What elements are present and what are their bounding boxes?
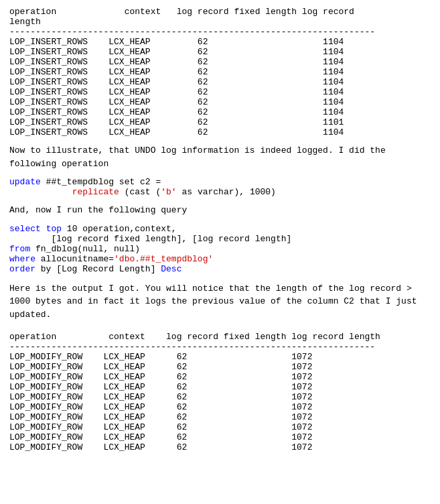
kw-from: from (9, 244, 30, 254)
table2-section: operation context log record fixed lengt… (9, 332, 431, 452)
table-row: LOP_INSERT_ROWS LCX_HEAP 62 1104 (9, 77, 431, 87)
table-row: LOP_INSERT_ROWS LCX_HEAP 62 1104 (9, 87, 431, 97)
table1-divider: ----------------------------------------… (9, 27, 431, 37)
code-select-line: select top 10 operation,context, (9, 224, 431, 234)
order-rest: by [Log Record Length] (35, 264, 155, 274)
code-from-line: from fn_dblog(null, null) (9, 244, 431, 254)
table-row: LOP_MODIFY_ROW LCX_HEAP 62 1072 (9, 372, 431, 382)
table1-rows: LOP_INSERT_ROWS LCX_HEAP 62 1104 LOP_INS… (9, 37, 431, 137)
prose2: And, now I run the following query (9, 204, 431, 217)
code-cast-close: as varchar), 1000) (177, 187, 276, 197)
table1-section: operation context log record fixed lengt… (9, 7, 431, 137)
table-row: LOP_INSERT_ROWS LCX_HEAP 62 1104 (9, 67, 431, 77)
code-line1-rest: ##t_tempdblog set c2 = (41, 177, 161, 187)
code-where-line: where allocunitname='dbo.##t_tempdblog' (9, 254, 431, 264)
table1-header: operation context log record fixed lengt… (9, 7, 431, 27)
code-line1: update ##t_tempdblog set c2 = (9, 177, 431, 187)
table-row: LOP_INSERT_ROWS LCX_HEAP 62 1104 (9, 127, 431, 137)
prose1: Now to illustrate, that UNDO log informa… (9, 144, 431, 170)
kw-order: order (9, 264, 35, 274)
code-block-select: select top 10 operation,context, [log re… (9, 224, 431, 274)
table2-header: operation context log record fixed lengt… (9, 332, 431, 342)
table-row: LOP_INSERT_ROWS LCX_HEAP 62 1104 (9, 97, 431, 107)
table-row: LOP_INSERT_ROWS LCX_HEAP 62 1104 (9, 37, 431, 47)
where-val: 'dbo.##t_tempdblog' (114, 254, 213, 264)
kw-select: select (9, 224, 41, 234)
table-row: LOP_MODIFY_ROW LCX_HEAP 62 1072 (9, 402, 431, 412)
code-block-update: update ##t_tempdblog set c2 = replicate … (9, 177, 431, 197)
table-row: LOP_MODIFY_ROW LCX_HEAP 62 1072 (9, 422, 431, 432)
table-row: LOP_MODIFY_ROW LCX_HEAP 62 1072 (9, 352, 431, 362)
bracket-content: [log record fixed length], [log record l… (51, 234, 291, 244)
table-row: LOP_INSERT_ROWS LCX_HEAP 62 1104 (9, 47, 431, 57)
code-cast-open: (cast ( (119, 187, 161, 197)
table-row: LOP_MODIFY_ROW LCX_HEAP 62 1072 (9, 382, 431, 392)
prose3: Here is the output I got. You will notic… (9, 282, 431, 322)
table-row: LOP_MODIFY_ROW LCX_HEAP 62 1072 (9, 392, 431, 402)
table-row: LOP_MODIFY_ROW LCX_HEAP 62 1072 (9, 432, 431, 442)
table-row: LOP_MODIFY_ROW LCX_HEAP 62 1072 (9, 412, 431, 422)
table2-divider: ----------------------------------------… (9, 342, 431, 352)
table-row: LOP_INSERT_ROWS LCX_HEAP 62 1101 (9, 117, 431, 127)
kw-where: where (9, 254, 35, 264)
table-row: LOP_INSERT_ROWS LCX_HEAP 62 1104 (9, 107, 431, 117)
select-rest: 10 operation,context, (62, 224, 177, 234)
from-fn: fn_dblog(null, null) (30, 244, 140, 254)
kw-update: update (9, 177, 41, 187)
table-row: LOP_INSERT_ROWS LCX_HEAP 62 1104 (9, 57, 431, 67)
code-indent (9, 187, 72, 197)
table2-rows: LOP_MODIFY_ROW LCX_HEAP 62 1072 LOP_MODI… (9, 352, 431, 452)
code-indent2 (9, 234, 51, 244)
code-bracket-line: [log record fixed length], [log record l… (9, 234, 431, 244)
table-row: LOP_MODIFY_ROW LCX_HEAP 62 1072 (9, 442, 431, 452)
str-b: 'b' (161, 187, 176, 197)
code-order-line: order by [Log Record Length] Desc (9, 264, 431, 274)
where-cond: allocunitname= (35, 254, 114, 264)
code-line2: replicate (cast ('b' as varchar), 1000) (9, 187, 431, 197)
kw-desc: Desc (155, 264, 181, 274)
fn-replicate: replicate (72, 187, 119, 197)
kw-space (41, 224, 46, 234)
kw-top: top (46, 224, 62, 234)
table-row: LOP_MODIFY_ROW LCX_HEAP 62 1072 (9, 362, 431, 372)
